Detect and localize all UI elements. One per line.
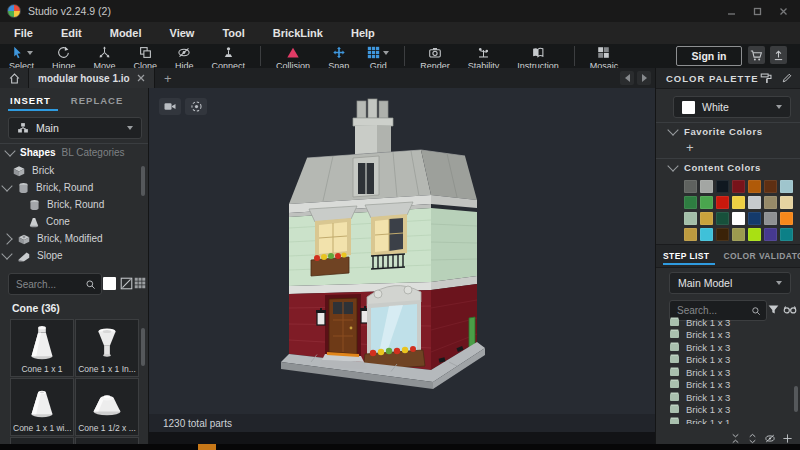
tab-close-icon[interactable] — [137, 74, 145, 82]
color-swatch[interactable] — [684, 228, 697, 241]
menu-model[interactable]: Model — [96, 22, 156, 44]
sign-in-button[interactable]: Sign in — [676, 46, 742, 66]
color-swatch[interactable] — [700, 180, 713, 193]
color-swatch[interactable] — [732, 196, 745, 209]
menu-file[interactable]: File — [0, 22, 47, 44]
grid-view-icon[interactable] — [134, 277, 146, 289]
part-card-cone-1x1-inverted[interactable]: Cone 1 x 1 In... — [75, 319, 139, 377]
color-swatch[interactable] — [684, 180, 697, 193]
color-swatch[interactable] — [780, 196, 793, 209]
menu-help[interactable]: Help — [337, 22, 389, 44]
step-model-dropdown[interactable]: Main Model — [669, 272, 791, 294]
hinge-tool-button[interactable]: Hinge — [43, 44, 85, 71]
cart-button[interactable] — [748, 46, 765, 64]
menu-tool[interactable]: Tool — [208, 22, 258, 44]
chevron-down-icon[interactable] — [1, 248, 12, 259]
step-list-item[interactable]: Brick 1 x 3 — [656, 366, 800, 379]
step-list-item[interactable]: Brick 1 x 1 — [656, 416, 800, 424]
selected-color-dropdown[interactable]: White — [673, 96, 791, 118]
step-list-item[interactable]: Brick 1 x 3 — [656, 329, 800, 342]
tab-modular-house[interactable]: modular house 1.io — [29, 68, 155, 88]
color-swatch[interactable] — [732, 180, 745, 193]
part-card-cone-1-1-2[interactable]: Cone 1 1/2 x ... — [75, 378, 139, 436]
color-swatch[interactable] — [732, 212, 745, 225]
menu-edit[interactable]: Edit — [47, 22, 96, 44]
step-list-item[interactable]: Brick 1 x 3 — [656, 391, 800, 404]
part-card-partial[interactable] — [75, 437, 139, 444]
color-swatch[interactable] — [700, 212, 713, 225]
color-swatch[interactable] — [716, 196, 729, 209]
tab-replace[interactable]: REPLACE — [61, 95, 133, 106]
connect-tool-button[interactable]: Connect — [203, 44, 255, 71]
color-swatch[interactable] — [716, 228, 729, 241]
color-swatch[interactable] — [780, 228, 793, 241]
part-search-input[interactable] — [14, 278, 81, 291]
expand-all-icon[interactable] — [747, 433, 758, 444]
color-swatch[interactable] — [764, 180, 777, 193]
move-tool-button[interactable]: Move — [85, 44, 125, 71]
preview-glasses-icon[interactable] — [783, 304, 797, 315]
tree-item-cone[interactable]: Cone — [0, 213, 148, 230]
tab-step-list[interactable]: STEP LIST — [656, 251, 716, 261]
add-step-icon[interactable] — [782, 433, 793, 444]
tree-item-brick-round[interactable]: Brick, Round — [0, 179, 148, 196]
panel-nav-right-button[interactable] — [637, 71, 651, 85]
part-search-box[interactable] — [8, 273, 102, 295]
parts-scrollbar[interactable] — [141, 328, 145, 366]
hidden-parts-eye-icon[interactable] — [764, 433, 776, 444]
color-swatch[interactable] — [764, 196, 777, 209]
add-favorite-color-button[interactable]: + — [686, 140, 694, 155]
part-card-cone-1x1[interactable]: Cone 1 x 1 — [10, 319, 74, 377]
color-swatch[interactable] — [684, 196, 697, 209]
content-colors-section[interactable]: Content Colors — [669, 162, 761, 173]
step-list-item[interactable]: Brick 1 x 3 — [656, 341, 800, 354]
color-swatch[interactable] — [748, 228, 761, 241]
close-button[interactable] — [778, 6, 788, 16]
collision-toggle-button[interactable]: Collision — [267, 44, 319, 71]
tree-item-slope[interactable]: Slope — [0, 247, 148, 264]
part-card-partial[interactable] — [10, 437, 74, 444]
tab-bl-categories[interactable]: BL Categories — [62, 147, 125, 158]
color-swatch[interactable] — [764, 228, 777, 241]
color-swatch[interactable] — [700, 196, 713, 209]
tree-item-brick-modified[interactable]: Brick, Modified — [0, 230, 148, 247]
mosaic-button[interactable]: Mosaic — [581, 44, 628, 71]
new-tab-button[interactable]: + — [155, 68, 181, 88]
tree-item-brick-round-child[interactable]: Brick, Round — [0, 196, 148, 213]
chevron-down-icon[interactable] — [1, 180, 12, 191]
screenshot-button[interactable] — [159, 98, 181, 115]
color-swatch[interactable] — [716, 212, 729, 225]
panel-nav-left-button[interactable] — [620, 71, 634, 85]
color-swatch[interactable] — [748, 196, 761, 209]
tree-scrollbar[interactable] — [141, 166, 145, 196]
menu-bricklink[interactable]: BrickLink — [259, 22, 337, 44]
collapse-all-icon[interactable] — [730, 433, 741, 444]
filter-icon[interactable] — [767, 303, 780, 316]
color-swatch[interactable] — [700, 228, 713, 241]
home-button[interactable] — [0, 68, 29, 88]
clone-tool-button[interactable]: Clone — [125, 44, 167, 71]
step-list-scrollbar[interactable] — [794, 386, 798, 412]
stability-button[interactable]: Stability — [459, 44, 509, 71]
viewport-3d[interactable] — [149, 88, 655, 414]
minimize-button[interactable] — [726, 6, 736, 16]
menu-view[interactable]: View — [156, 22, 209, 44]
color-swatch[interactable] — [748, 180, 761, 193]
color-swatch[interactable] — [780, 212, 793, 225]
favorite-colors-section[interactable]: Favorite Colors — [669, 126, 763, 137]
edit-pencil-icon[interactable] — [781, 72, 793, 84]
tab-insert[interactable]: INSERT — [0, 95, 61, 106]
color-swatch[interactable] — [748, 212, 761, 225]
hide-tool-button[interactable]: Hide — [166, 44, 203, 71]
chevron-right-icon[interactable] — [1, 233, 12, 244]
color-swatch[interactable] — [764, 212, 777, 225]
step-list-item[interactable]: Brick 1 x 3 — [656, 354, 800, 367]
render-button[interactable]: Render — [411, 44, 459, 71]
tree-item-brick[interactable]: Brick — [0, 162, 148, 179]
snap-toggle-button[interactable]: Snap — [319, 44, 358, 71]
chevron-down-icon[interactable] — [4, 145, 15, 156]
filter-none-icon[interactable] — [120, 277, 133, 290]
upload-button[interactable] — [770, 46, 787, 64]
select-tool-button[interactable]: Select — [0, 44, 43, 71]
orbit-view-button[interactable] — [185, 98, 207, 115]
